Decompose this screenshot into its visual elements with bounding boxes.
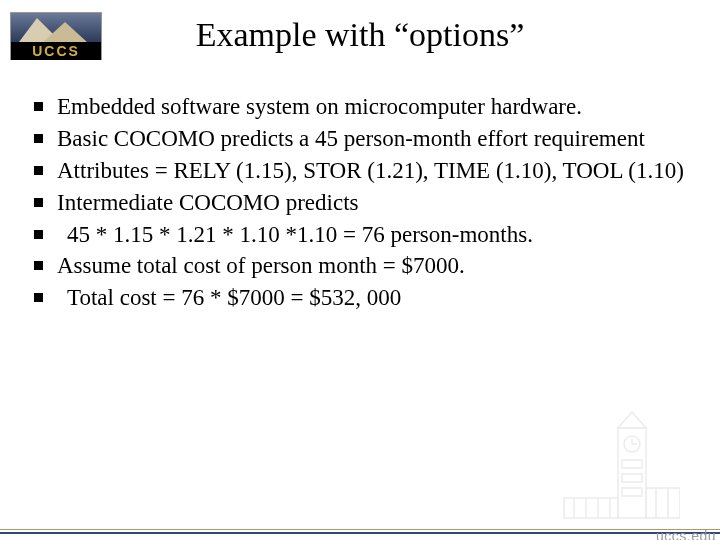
svg-marker-1	[618, 412, 646, 428]
bullet-icon	[34, 293, 43, 302]
list-item-text: Basic COCOMO predicts a 45 person-month …	[57, 124, 645, 154]
slide-title: Example with “options”	[0, 16, 720, 54]
list-item-text: Assume total cost of person month = $700…	[57, 251, 465, 281]
list-item: Attributes = RELY (1.15), STOR (1.21), T…	[34, 156, 700, 186]
footer-url: uccs.edu	[656, 528, 716, 540]
bullet-icon	[34, 102, 43, 111]
bullet-icon	[34, 198, 43, 207]
list-item: Intermediate COCOMO predicts	[34, 188, 700, 218]
footer-divider-blue	[0, 532, 720, 534]
list-item-text: 45 * 1.15 * 1.21 * 1.10 *1.10 = 76 perso…	[57, 220, 533, 250]
list-item: 45 * 1.15 * 1.21 * 1.10 *1.10 = 76 perso…	[34, 220, 700, 250]
list-item-text: Total cost = 76 * $7000 = $532, 000	[57, 283, 401, 313]
footer-divider-gold	[0, 529, 720, 530]
slide-footer: uccs.edu	[0, 472, 720, 540]
list-item-text: Intermediate COCOMO predicts	[57, 188, 358, 218]
svg-rect-5	[622, 460, 642, 468]
list-item: Embedded software system on microcompute…	[34, 92, 700, 122]
list-item: Assume total cost of person month = $700…	[34, 251, 700, 281]
bullet-icon	[34, 261, 43, 270]
list-item: Basic COCOMO predicts a 45 person-month …	[34, 124, 700, 154]
list-item: Total cost = 76 * $7000 = $532, 000	[34, 283, 700, 313]
list-item-text: Embedded software system on microcompute…	[57, 92, 582, 122]
bullet-icon	[34, 166, 43, 175]
list-item-text: Attributes = RELY (1.15), STOR (1.21), T…	[57, 156, 684, 186]
bullet-icon	[34, 230, 43, 239]
bullet-icon	[34, 134, 43, 143]
bullet-list: Embedded software system on microcompute…	[34, 92, 700, 315]
